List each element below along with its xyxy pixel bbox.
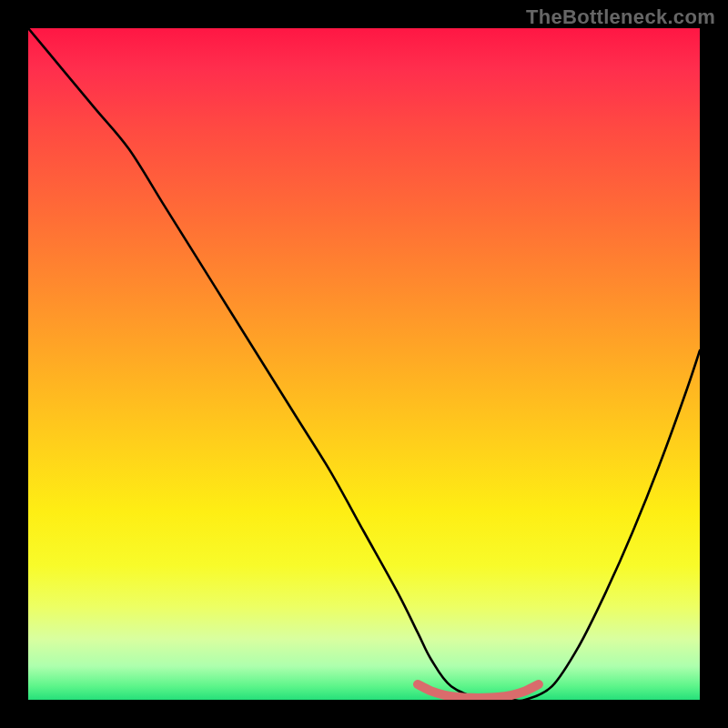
watermark-text: TheBottleneck.com: [526, 5, 715, 29]
curve-layer: [28, 28, 700, 700]
chart-frame: TheBottleneck.com: [0, 0, 728, 728]
sweet-spot-band: [418, 684, 539, 698]
bottleneck-curve: [28, 28, 700, 700]
plot-area: [28, 28, 700, 700]
